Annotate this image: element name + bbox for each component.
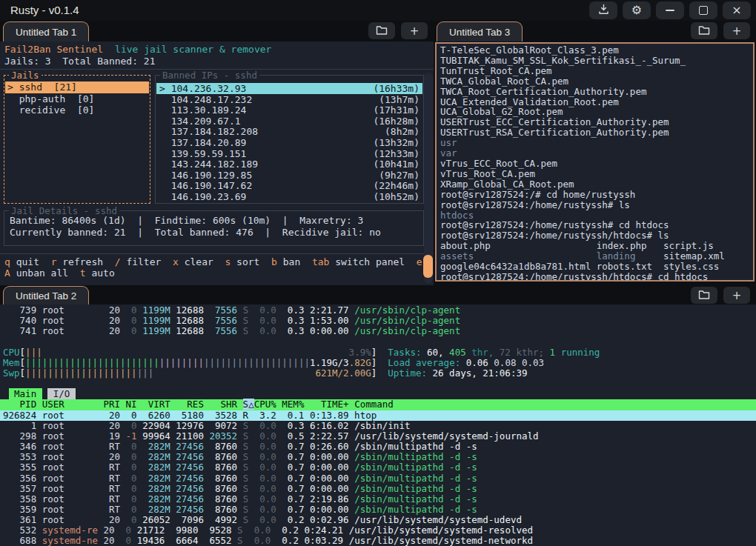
tab-label: Untitled Tab 2 xyxy=(16,290,76,302)
folder-icon xyxy=(698,25,710,37)
terminal-line: root@srv1287524:/# cd home/rustyssh xyxy=(440,190,753,200)
ban-time-remaining: (16h28m) xyxy=(373,116,420,127)
terminal-line: root@srv1287524:/home/rustyssh# ls xyxy=(440,200,753,210)
terminal-line: PID USER PRI NI VIRT RES SHR S△CPU% MEM%… xyxy=(0,399,756,410)
tab-untitled-2[interactable]: Untitled Tab 2 xyxy=(3,286,89,304)
banned-ip: 146.190.147.62 xyxy=(159,180,252,191)
terminal-output[interactable]: T-TeleSec_GlobalRoot_Class_3.pemTUBITAK_… xyxy=(435,42,755,282)
terminal-line: CPU[||| 3.9%] Tasks: 60, 405 thr, 72 kth… xyxy=(3,347,756,358)
terminal-line: 356 root RT 0 282M 27456 8760 S 0.0 0.7 … xyxy=(3,473,756,484)
download-button[interactable] xyxy=(589,1,617,19)
terminal-line: 532 systemd-re 20 0 21712 9980 9528 S 0.… xyxy=(3,525,756,536)
terminal-line: UCA_Global_G2_Root.pem xyxy=(440,107,753,117)
ban-time-remaining: (22h46m) xyxy=(373,180,420,191)
banned-ip-row[interactable]: 139.59.59.151(12h33m) xyxy=(156,148,422,159)
window-title: Rusty - v0.1.4 xyxy=(10,4,79,16)
banned-ip: 113.30.189.24 xyxy=(159,104,246,116)
jail-item[interactable]: > sshd [21] xyxy=(5,81,149,93)
keybindings-bar: q quit r refresh / filter x clear s sort… xyxy=(4,256,422,279)
terminal-line: 359 root RT 0 282M 27456 8760 S 0.0 0.7 … xyxy=(3,505,756,515)
banned-ip-row[interactable]: 143.244.182.189(10h41m) xyxy=(156,159,422,170)
banned-ip-row[interactable]: 146.190.23.69(10h52m) xyxy=(156,191,422,202)
banned-ip: > 104.236.32.93 xyxy=(159,83,246,94)
jail-item[interactable]: php-auth [0] xyxy=(5,93,149,105)
new-tab-button[interactable]: + xyxy=(723,22,750,39)
banned-ip: 134.209.67.1 xyxy=(159,116,241,127)
terminal-line: 688 systemd-ne 20 0 19436 6664 6552 S 0.… xyxy=(3,536,756,546)
ban-time-remaining: (10h52m) xyxy=(373,191,420,202)
app-title: Fail2Ban Sentinel xyxy=(4,44,103,55)
banned-ip-row[interactable]: > 104.236.32.93(16h33m) xyxy=(156,83,422,94)
tabbar-left: Untitled Tab 1 + xyxy=(0,21,434,41)
terminal-line: vTrus_Root_CA.pem xyxy=(440,169,753,179)
tabbar-right: Untitled Tab 3 + xyxy=(434,21,756,41)
banned-ip-row[interactable]: 137.184.182.208(8h2m) xyxy=(156,126,422,137)
new-tab-button[interactable]: + xyxy=(401,22,428,39)
banned-ip: 104.248.17.232 xyxy=(159,94,252,105)
terminal-line: 741 root 20 0 1199M 12688 7556 S 0.0 0.3… xyxy=(3,326,756,336)
folder-button[interactable] xyxy=(368,22,395,39)
ban-time-remaining: (10h41m) xyxy=(373,159,420,170)
folder-icon xyxy=(376,25,388,37)
close-button[interactable]: × xyxy=(723,1,751,19)
terminal-line: root@srv1287524:/home/rustyssh/htdocs# c… xyxy=(440,272,753,282)
jail-item[interactable]: recidive [0] xyxy=(5,104,149,116)
terminal-line: 361 root 20 0 26052 7096 4992 S 0.0 0.2 … xyxy=(3,515,756,525)
plus-icon: + xyxy=(732,24,742,38)
banned-ip: 143.244.182.189 xyxy=(159,159,258,170)
maximize-button[interactable] xyxy=(689,1,717,19)
ban-time-remaining: (13h32m) xyxy=(373,137,420,148)
fail2ban-pane: Fail2Ban Sentinellive jail scanner & rem… xyxy=(0,41,434,285)
htop-pane[interactable]: 739 root 20 0 1199M 12688 7556 S 0.0 0.3… xyxy=(0,304,756,546)
terminal-line: usr xyxy=(440,138,753,148)
maximize-icon xyxy=(699,6,708,15)
banned-ip-row[interactable]: 104.248.17.232(13h7m) xyxy=(156,94,422,105)
ban-time-remaining: (9h27m) xyxy=(379,170,420,181)
jail-details-line2: Currently banned: 21 | Total banned: 476… xyxy=(10,227,381,238)
banned-ip-row[interactable]: 134.209.67.1(16h28m) xyxy=(156,116,422,127)
tab-untitled-3[interactable]: Untitled Tab 3 xyxy=(437,21,523,41)
minimize-icon xyxy=(666,10,674,11)
terminal-line: about.php index.php script.js xyxy=(440,241,753,251)
titlebar: Rusty - v0.1.4 ⚙ × xyxy=(0,0,756,21)
terminal-line: 740 root 20 0 1199M 12688 7556 S 0.0 0.3… xyxy=(3,316,756,326)
banned-ip-row[interactable]: 146.190.147.62(22h46m) xyxy=(156,180,422,191)
terminal-line: htdocs xyxy=(440,210,753,221)
settings-button[interactable]: ⚙ xyxy=(623,1,651,19)
tab-untitled-1[interactable]: Untitled Tab 1 xyxy=(3,21,89,41)
terminal-line: A unban all t auto xyxy=(4,267,422,279)
app-subtitle: live jail scanner & remover xyxy=(115,44,271,55)
terminal-line: root@srv1287524:/home/rustyssh# cd htdoc… xyxy=(440,220,753,230)
ban-time-remaining: (13h7m) xyxy=(379,94,420,105)
terminal-pane-3: T-TeleSec_GlobalRoot_Class_3.pemTUBITAK_… xyxy=(434,41,756,285)
banned-ip-row[interactable]: 113.30.189.24(17h31m) xyxy=(156,104,422,116)
plus-icon: + xyxy=(410,24,420,38)
banned-ip: 146.190.23.69 xyxy=(159,191,246,202)
banned-ip: 146.190.129.85 xyxy=(159,170,252,181)
jails-summary: Jails: 3 Total Banned: 21 xyxy=(4,56,156,67)
ban-time-remaining: (12h33m) xyxy=(373,148,420,159)
banned-ip-row[interactable]: 137.184.20.89(13h32m) xyxy=(156,137,422,148)
folder-icon xyxy=(698,290,710,302)
new-tab-button[interactable]: + xyxy=(723,287,750,304)
terminal-line: 353 root 20 0 282M 27456 8760 S 0.0 0.7 … xyxy=(3,452,756,462)
titlebar-buttons: ⚙ × xyxy=(589,1,751,19)
scrollbar-track[interactable] xyxy=(424,73,433,284)
folder-button[interactable] xyxy=(691,22,717,39)
jail-details-box: Jail Details - sshd Bantime: 86400s (1d)… xyxy=(4,210,424,246)
gear-icon: ⚙ xyxy=(631,4,642,16)
jails-box-title: Jails xyxy=(9,70,42,81)
minimize-button[interactable] xyxy=(656,1,684,19)
terminal-line: 357 root RT 0 282M 27456 8760 S 0.0 0.7 … xyxy=(3,484,756,494)
folder-button[interactable] xyxy=(691,287,717,304)
download-icon xyxy=(598,4,609,17)
banned-ip-row[interactable]: 146.190.129.85(9h27m) xyxy=(156,170,422,181)
scrollbar-thumb[interactable] xyxy=(423,255,433,278)
terminal-line xyxy=(3,379,756,389)
banned-ip: 137.184.182.208 xyxy=(159,126,258,137)
terminal-line: TWCA_Root_Certification_Authority.pem xyxy=(440,87,753,97)
terminal-line: TUBITAK_Kamu_SM_SSL_Kok_Sertifikasi_-_Su… xyxy=(440,56,753,66)
tabbar-bottom: Untitled Tab 2 + xyxy=(0,285,756,304)
terminal-line: XRamp_Global_CA_Root.pem xyxy=(440,179,753,190)
terminal-line: 1 root 20 0 22904 12976 9072 S 0.0 0.3 6… xyxy=(3,421,756,431)
